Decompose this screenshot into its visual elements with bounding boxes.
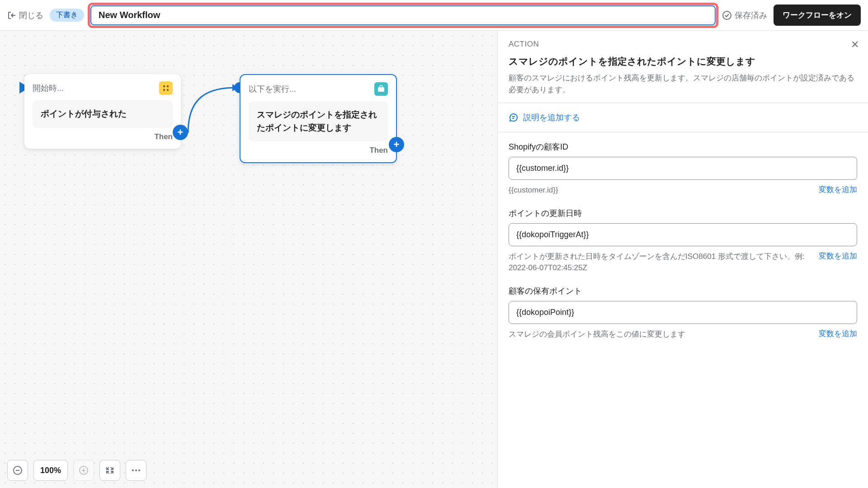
action-node-title: 以下を実行... bbox=[249, 84, 296, 94]
action-node[interactable]: 以下を実行... スマレジのポイントを指定されたポイントに変更します Then bbox=[240, 74, 397, 163]
turn-on-workflow-button[interactable]: ワークフローをオン bbox=[774, 5, 861, 26]
sidebar-title: スマレジのポイントを指定されたポイントに変更します bbox=[509, 55, 857, 68]
zoom-level[interactable]: 100% bbox=[33, 460, 68, 481]
svg-point-4 bbox=[167, 89, 169, 91]
fit-view-button[interactable] bbox=[99, 460, 120, 481]
field-label: 顧客の保有ポイント bbox=[509, 286, 857, 296]
add-description-row: 説明を追加する bbox=[498, 103, 868, 132]
customer-id-input[interactable] bbox=[509, 157, 857, 180]
sidebar-description: 顧客のスマレジにおけるポイント残高を更新します。スマレジの店舗毎のポイントが設定… bbox=[509, 72, 857, 95]
exit-icon bbox=[7, 11, 16, 20]
svg-point-2 bbox=[167, 85, 169, 87]
field-points: 顧客の保有ポイント スマレジの会員ポイント残高をこの値に変更します 変数を追加 bbox=[498, 277, 868, 343]
plus-circle-icon bbox=[79, 465, 89, 475]
add-step-button[interactable]: + bbox=[173, 125, 188, 140]
sidebar-header: ACTION ✕ スマレジのポイントを指定されたポイントに変更します 顧客のスマ… bbox=[498, 31, 868, 103]
close-button[interactable]: 閉じる bbox=[7, 10, 43, 21]
points-input[interactable] bbox=[509, 301, 857, 324]
zoom-out-button[interactable] bbox=[7, 460, 28, 481]
svg-point-1 bbox=[163, 85, 165, 87]
connector-line bbox=[180, 80, 241, 138]
svg-rect-5 bbox=[378, 87, 384, 92]
field-help: {{customer.id}} bbox=[509, 184, 808, 196]
field-help: スマレジの会員ポイント残高をこの値に変更します bbox=[509, 328, 808, 340]
close-sidebar-button[interactable]: ✕ bbox=[851, 39, 859, 51]
canvas-controls: 100% bbox=[7, 460, 146, 481]
svg-point-3 bbox=[163, 89, 165, 91]
svg-point-8 bbox=[132, 469, 134, 471]
then-label: Then bbox=[33, 132, 173, 141]
add-description-link[interactable]: 説明を追加する bbox=[509, 112, 857, 123]
add-variable-link[interactable]: 変数を追加 bbox=[819, 328, 857, 339]
close-label: 閉じる bbox=[19, 10, 43, 21]
trigger-node-title: 開始時... bbox=[33, 83, 64, 94]
action-app-icon bbox=[374, 82, 388, 96]
draft-badge: 下書き bbox=[50, 9, 84, 22]
field-label: ポイントの更新日時 bbox=[509, 208, 857, 219]
add-step-button[interactable]: + bbox=[389, 137, 404, 152]
sidebar-tag: ACTION bbox=[509, 40, 857, 49]
field-label: Shopifyの顧客ID bbox=[509, 141, 857, 152]
title-container bbox=[90, 5, 716, 25]
check-circle-icon bbox=[722, 10, 732, 20]
trigger-node[interactable]: 開始時... ポイントが付与された Then bbox=[24, 74, 181, 149]
add-variable-link[interactable]: 変数を追加 bbox=[819, 184, 857, 195]
action-sidebar: ACTION ✕ スマレジのポイントを指定されたポイントに変更します 顧客のスマ… bbox=[497, 31, 868, 488]
workflow-title-input[interactable] bbox=[90, 5, 716, 25]
trigger-app-icon bbox=[159, 81, 173, 95]
saved-status: 保存済み bbox=[722, 10, 767, 21]
zoom-in-button[interactable] bbox=[73, 460, 94, 481]
workflow-canvas[interactable]: 開始時... ポイントが付与された Then + 以下を実行... スマレジのポ… bbox=[0, 31, 497, 488]
action-node-body: スマレジのポイントを指定されたポイントに変更します bbox=[249, 101, 388, 141]
saved-label: 保存済み bbox=[735, 10, 767, 21]
field-help: ポイントが更新された日時をタイムゾーンを含んだISO8601 形式で渡して下さい… bbox=[509, 251, 808, 274]
update-time-input[interactable] bbox=[509, 223, 857, 246]
more-button[interactable] bbox=[126, 460, 146, 481]
then-label: Then bbox=[249, 146, 388, 155]
trigger-node-body: ポイントが付与された bbox=[33, 100, 173, 128]
node-header: 開始時... bbox=[33, 81, 173, 95]
dots-icon bbox=[132, 469, 141, 472]
add-description-label: 説明を追加する bbox=[523, 112, 580, 123]
field-customer-id: Shopifyの顧客ID {{customer.id}} 変数を追加 bbox=[498, 132, 868, 199]
contract-icon bbox=[105, 466, 114, 475]
svg-point-0 bbox=[723, 11, 731, 19]
node-header: 以下を実行... bbox=[249, 82, 388, 96]
svg-point-9 bbox=[135, 469, 137, 471]
field-update-time: ポイントの更新日時 ポイントが更新された日時をタイムゾーンを含んだISO8601… bbox=[498, 199, 868, 277]
add-variable-link[interactable]: 変数を追加 bbox=[819, 251, 857, 261]
svg-point-10 bbox=[138, 469, 140, 471]
header-bar: 閉じる 下書き 保存済み ワークフローをオン bbox=[0, 0, 868, 31]
chat-icon bbox=[509, 113, 519, 122]
minus-circle-icon bbox=[13, 465, 23, 475]
